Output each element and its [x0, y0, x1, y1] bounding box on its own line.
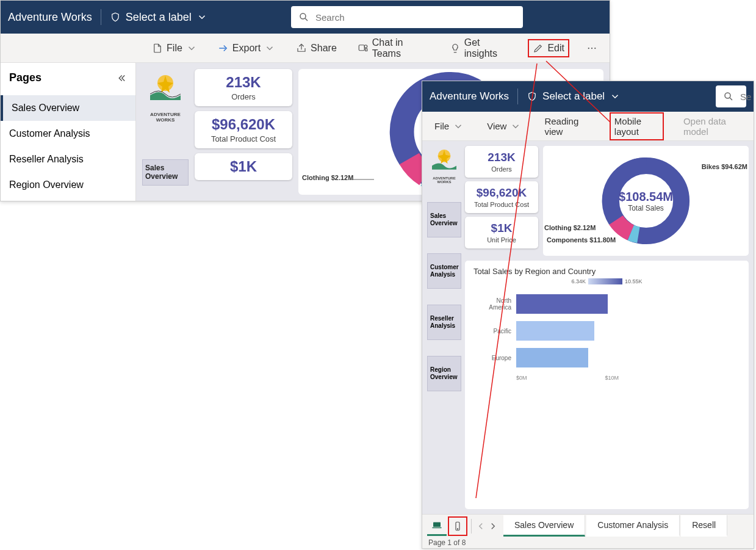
page-tab-sales-overview[interactable]: Sales Overview — [503, 515, 585, 537]
annot-bikes: Bikes $94.62M — [702, 163, 747, 170]
divider — [517, 89, 518, 104]
pages-panel: Pages Sales Overview Customer Analysis R… — [1, 63, 136, 201]
svg-point-15 — [457, 528, 458, 529]
chevron-down-icon — [510, 121, 521, 132]
nav-tile-region-overview[interactable]: Region Overview — [427, 356, 461, 391]
svg-point-5 — [594, 47, 596, 48]
pencil-icon — [533, 43, 544, 54]
more-menu[interactable] — [583, 40, 601, 56]
mobile-icon — [452, 521, 463, 532]
select-label-text: Select a label — [126, 11, 192, 24]
chevron-down-icon — [610, 91, 621, 102]
shield-icon — [527, 91, 538, 102]
kpi-unit-price[interactable]: $1KUnit Price — [465, 217, 538, 248]
lightbulb-icon — [450, 43, 461, 54]
file-menu[interactable]: File — [148, 40, 201, 56]
nav-tile-customer-analysis[interactable]: Customer Analysis — [427, 253, 461, 289]
titlebar: Adventure Works Select a label — [422, 81, 754, 112]
teams-icon — [358, 43, 369, 54]
app-title: Adventure Works — [430, 90, 509, 103]
bar-europe — [516, 348, 588, 367]
page-tab-customer-analysis[interactable]: Customer Analysis — [586, 515, 680, 537]
divider — [101, 9, 101, 25]
search-box[interactable] — [291, 6, 523, 28]
desktop-view-button[interactable] — [427, 516, 447, 536]
chevron-down-icon — [186, 43, 197, 54]
logo-text: ADVENTURE WORKS — [427, 176, 461, 184]
collapse-icon[interactable] — [116, 73, 127, 84]
chevron-left-icon[interactable] — [475, 521, 486, 532]
mobile-layout-button[interactable]: Mobile layout — [610, 112, 664, 140]
nav-tile-sales-overview[interactable]: Sales Overview — [427, 202, 461, 237]
logo-text: ADVENTURE WORKS — [142, 112, 189, 123]
donut-chart[interactable]: $108.54MTotal Sales Bikes $94.62M Clothi… — [543, 146, 749, 256]
select-label-dropdown[interactable]: Select a label — [110, 11, 207, 24]
app-title: Adventure Works — [8, 11, 92, 24]
chevron-right-icon[interactable] — [488, 521, 499, 532]
mobile-view-button[interactable] — [448, 516, 467, 536]
shield-icon — [110, 12, 121, 23]
svg-rect-12 — [433, 523, 441, 527]
kpi-unit-price[interactable]: $1K — [195, 153, 292, 180]
nav-tile-sales-overview[interactable]: Sales Overview — [142, 159, 189, 186]
page-count: Page 1 of 8 — [422, 537, 754, 548]
window-edit-view: Adventure Works Select a label File View… — [422, 81, 754, 549]
report-canvas: ADVENTURE WORKS Sales Overview Customer … — [422, 141, 754, 514]
svg-point-0 — [300, 13, 306, 19]
color-legend: 6.34K 10.55K — [571, 278, 642, 284]
svg-rect-1 — [359, 45, 364, 50]
footer: Sales Overview Customer Analysis Resell … — [422, 514, 754, 548]
search-box[interactable] — [716, 85, 746, 107]
logo — [142, 69, 189, 106]
reading-view-button[interactable]: Reading view — [541, 114, 593, 139]
toolbar: File View Reading view Mobile layout Ope… — [422, 112, 754, 141]
kpi-orders[interactable]: 213KOrders — [465, 146, 538, 178]
region-bar-chart[interactable]: Total Sales by Region and Country 6.34K … — [465, 261, 749, 509]
svg-point-9 — [725, 93, 730, 98]
select-label-dropdown[interactable]: Select a label — [527, 90, 621, 103]
svg-rect-13 — [433, 527, 442, 529]
page-item-reseller-analysis[interactable]: Reseller Analysis — [1, 147, 135, 172]
open-data-model-button[interactable]: Open data model — [680, 114, 745, 139]
share-icon — [296, 43, 307, 54]
get-insights-button[interactable]: Get insights — [446, 35, 515, 62]
page-item-region-overview[interactable]: Region Overview — [1, 172, 135, 198]
toolbar: File Export Share Chat in Teams Get insi… — [1, 34, 610, 63]
bar-north-america — [516, 294, 608, 314]
search-icon — [723, 91, 734, 102]
page-item-customer-analysis[interactable]: Customer Analysis — [1, 121, 135, 147]
svg-point-2 — [364, 45, 367, 48]
file-menu[interactable]: File — [431, 118, 467, 134]
file-icon — [152, 43, 163, 54]
nav-tile-reseller-analysis[interactable]: Reseller Analysis — [427, 305, 461, 340]
divider — [471, 519, 472, 534]
search-icon — [298, 12, 309, 23]
chevron-down-icon — [196, 12, 207, 23]
edit-button[interactable]: Edit — [528, 39, 569, 57]
annot-components: Components $11.80M — [547, 236, 616, 244]
ellipsis-icon — [586, 43, 597, 54]
chat-teams-button[interactable]: Chat in Teams — [354, 35, 433, 62]
kpi-total-product-cost[interactable]: $96,620KTotal Product Cost — [465, 181, 538, 213]
export-icon — [218, 43, 229, 54]
titlebar: Adventure Works Select a label — [1, 1, 610, 34]
annot-clothing: Clothing $2.12M — [544, 224, 596, 231]
search-input[interactable] — [315, 12, 516, 23]
page-item-sales-overview[interactable]: Sales Overview — [1, 95, 135, 121]
search-input[interactable] — [740, 92, 752, 102]
annot-clothing: Clothing $2.12M — [302, 174, 353, 181]
svg-point-4 — [591, 47, 592, 48]
export-menu[interactable]: Export — [214, 40, 279, 56]
bar-pacific — [516, 321, 594, 341]
page-tab-reseller[interactable]: Resell — [681, 515, 727, 537]
page-tabstrip: Sales Overview Customer Analysis Resell — [422, 515, 754, 537]
kpi-total-product-cost[interactable]: $96,620KTotal Product Cost — [195, 111, 292, 148]
logo — [427, 146, 461, 173]
desktop-icon — [431, 519, 442, 530]
svg-point-3 — [588, 47, 589, 48]
chevron-down-icon — [453, 121, 464, 132]
share-button[interactable]: Share — [292, 40, 340, 56]
view-menu[interactable]: View — [483, 118, 525, 134]
pages-header: Pages — [1, 63, 135, 95]
kpi-orders[interactable]: 213KOrders — [195, 69, 292, 106]
